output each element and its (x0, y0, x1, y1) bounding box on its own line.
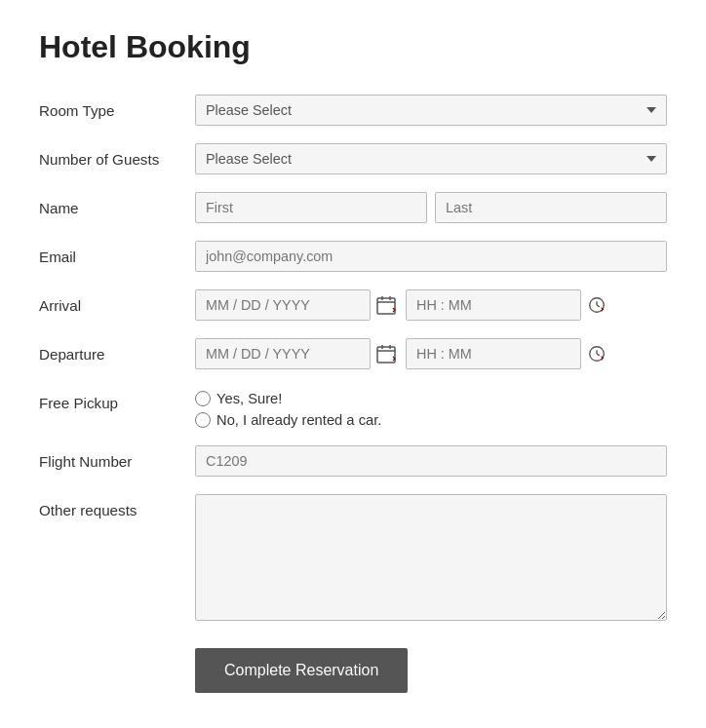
free-pickup-label: Free Pickup (39, 387, 195, 411)
arrival-label: Arrival (39, 289, 195, 314)
departure-time-input[interactable] (406, 338, 581, 369)
other-requests-label: Other requests (39, 494, 195, 518)
free-pickup-row: Free Pickup Yes, Sure! No, I already ren… (39, 387, 667, 428)
email-input[interactable] (195, 241, 667, 272)
pickup-yes-radio[interactable] (195, 391, 211, 406)
svg-rect-7 (377, 347, 395, 363)
svg-line-13 (597, 354, 600, 356)
email-row: Email (39, 241, 667, 272)
pickup-no-radio[interactable] (195, 412, 211, 428)
pickup-yes-label[interactable]: Yes, Sure! (195, 391, 381, 406)
pickup-no-label[interactable]: No, I already rented a car. (195, 412, 381, 428)
last-name-input[interactable] (435, 192, 667, 223)
other-requests-row: Other requests (39, 494, 667, 621)
room-type-label: Room Type (39, 95, 195, 119)
first-name-input[interactable] (195, 192, 427, 223)
num-guests-select[interactable]: Please Select 1 2 3 4 5+ (195, 143, 667, 174)
arrival-date-input[interactable] (195, 289, 371, 321)
num-guests-label: Number of Guests (39, 143, 195, 168)
complete-reservation-button[interactable]: Complete Reservation (195, 648, 408, 693)
arrival-row: Arrival (39, 289, 667, 321)
room-type-select[interactable]: Please Select Single Double Suite Deluxe (195, 95, 667, 126)
svg-line-6 (597, 305, 600, 307)
submit-row: Complete Reservation (39, 638, 667, 693)
name-label: Name (39, 192, 195, 216)
room-type-row: Room Type Please Select Single Double Su… (39, 95, 667, 126)
arrival-clock-icon[interactable] (583, 291, 610, 319)
page-title: Hotel Booking (39, 29, 667, 65)
name-row: Name (39, 192, 667, 223)
arrival-time-input[interactable] (406, 289, 581, 321)
flight-number-label: Flight Number (39, 445, 195, 470)
email-label: Email (39, 241, 195, 265)
departure-row: Departure (39, 338, 667, 369)
svg-rect-0 (377, 298, 395, 314)
departure-date-input[interactable] (195, 338, 371, 369)
num-guests-row: Number of Guests Please Select 1 2 3 4 5… (39, 143, 667, 174)
flight-number-row: Flight Number (39, 445, 667, 477)
flight-number-input[interactable] (195, 445, 667, 477)
departure-label: Departure (39, 338, 195, 363)
other-requests-textarea[interactable] (195, 494, 667, 621)
departure-clock-icon[interactable] (583, 340, 610, 367)
arrival-calendar-icon[interactable] (373, 291, 400, 319)
departure-calendar-icon[interactable] (373, 340, 400, 367)
